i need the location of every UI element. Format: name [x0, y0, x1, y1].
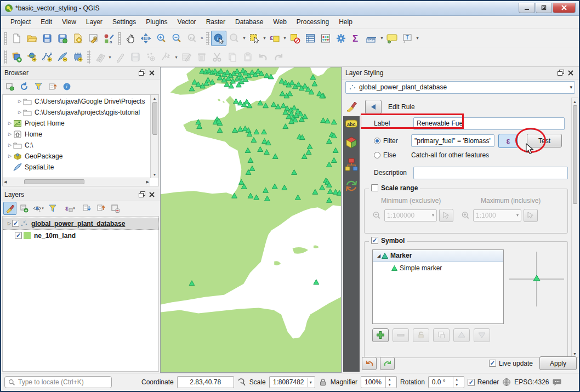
spin-arrows[interactable]: ▲▼ — [385, 377, 393, 388]
collapse-all-button[interactable] — [46, 80, 59, 93]
lock-scale-icon[interactable] — [319, 378, 327, 387]
identify-features-button[interactable]: i — [211, 31, 226, 46]
menu-vector[interactable]: Vector — [173, 16, 201, 27]
maximize-button[interactable] — [536, 3, 552, 13]
redo-button[interactable] — [271, 49, 286, 65]
chevron-down-icon[interactable]: ▾ — [242, 31, 247, 46]
browser-item-home[interactable]: ▷ Home — [3, 129, 158, 140]
layer-item-land[interactable]: ✓ ne_10m_land — [3, 230, 158, 242]
render-control[interactable]: ✓Render — [468, 378, 499, 386]
tab-3d-view[interactable] — [345, 137, 357, 151]
browser-item-project-home[interactable]: ▷ Project Home — [3, 118, 158, 129]
menu-project[interactable]: Project — [5, 16, 36, 27]
save-edits-button[interactable] — [128, 49, 143, 65]
new-project-button[interactable] — [9, 31, 24, 46]
add-vector-layer-button[interactable] — [24, 49, 39, 65]
messages-icon[interactable] — [553, 378, 561, 387]
crs-globe-icon[interactable] — [502, 378, 511, 387]
else-radio[interactable] — [374, 152, 380, 158]
browser-horizontal-scrollbar[interactable]: ◀ ▶ — [3, 178, 150, 186]
browser-item-projects[interactable]: ▷ C:\Users\ujaval\projects\qgis-tutorial — [3, 107, 158, 118]
live-update-checkbox[interactable]: ✓ — [489, 360, 496, 367]
move-down-symbol-layer-button[interactable] — [474, 328, 490, 342]
spin-up-icon[interactable]: ▲ — [453, 377, 460, 382]
max-scale-combo[interactable]: 1:1000▾ — [473, 209, 521, 221]
zoom-native-button[interactable]: 1:1 — [184, 31, 200, 46]
extents-toggle-icon[interactable] — [237, 378, 246, 387]
copy-features-button[interactable] — [225, 49, 240, 65]
menu-layer[interactable]: Layer — [81, 16, 107, 27]
close-panel-icon[interactable] — [566, 69, 576, 77]
select-features-button[interactable] — [247, 31, 262, 46]
spin-arrows[interactable]: ▲▼ — [453, 377, 460, 388]
modify-attributes-button[interactable] — [179, 49, 194, 65]
show-sum-button[interactable]: Σ — [349, 31, 364, 46]
float-panel-icon[interactable] — [556, 69, 566, 77]
symbol-tree-simple-marker-row[interactable]: Simple marker — [373, 262, 503, 274]
chevron-down-icon[interactable]: ▾ — [262, 31, 267, 46]
map-canvas-svg[interactable] — [161, 67, 341, 372]
add-line-layer-button[interactable] — [39, 49, 55, 65]
expand-all-button[interactable] — [80, 202, 93, 215]
measure-button[interactable] — [364, 31, 379, 46]
menu-settings[interactable]: Settings — [107, 16, 141, 27]
expand-arrow-icon[interactable]: ▷ — [17, 110, 22, 115]
current-edits-button[interactable] — [92, 49, 107, 65]
render-checkbox[interactable]: ✓ — [468, 379, 475, 386]
menu-help[interactable]: Help — [334, 16, 357, 27]
filter-by-expression-button[interactable]: ε▾ — [60, 202, 79, 215]
add-group-button[interactable] — [18, 202, 31, 215]
browser-item-cdrive[interactable]: ▷ C:\ — [3, 140, 158, 151]
browser-item-spatialite[interactable]: SpatiaLite — [3, 162, 158, 173]
deselect-all-button[interactable] — [287, 31, 303, 46]
expand-arrow-icon[interactable]: ◢ — [373, 253, 382, 258]
expression-builder-button[interactable]: ε — [498, 134, 518, 148]
float-panel-icon[interactable] — [137, 190, 147, 199]
add-spatialite-layer-button[interactable] — [55, 49, 70, 65]
scale-combo[interactable]: 1:8087482▾ — [269, 376, 315, 388]
toolbar-overflow-icon[interactable]: » — [200, 31, 204, 46]
live-update-control[interactable]: ✓Live update — [489, 360, 533, 367]
scroll-down-icon[interactable]: ▼ — [152, 171, 158, 178]
styling-redo-button[interactable] — [380, 357, 395, 370]
save-project-button[interactable] — [39, 31, 55, 46]
magnifier-spinbox[interactable]: 100%▲▼ — [361, 376, 397, 388]
locator-search[interactable]: Type to locate (Ctrl+K) — [4, 376, 112, 388]
tab-labels[interactable]: abc — [345, 120, 357, 130]
toolbar-grip[interactable] — [87, 50, 90, 64]
remove-layer-button[interactable] — [109, 202, 122, 215]
open-project-button[interactable] — [24, 31, 39, 46]
toolbar-grip[interactable] — [4, 50, 7, 64]
add-virtual-layer-button[interactable] — [70, 49, 86, 65]
scroll-up-icon[interactable]: ▲ — [152, 95, 158, 102]
map-tips-button[interactable] — [384, 31, 400, 46]
close-panel-icon[interactable] — [147, 69, 157, 77]
menu-database[interactable]: Database — [230, 16, 268, 27]
zoom-to-selection-button[interactable] — [226, 31, 242, 46]
symbol-tree-marker-row[interactable]: ◢ Marker — [373, 250, 503, 262]
zoom-out-button[interactable] — [169, 31, 184, 46]
scrollbar-thumb[interactable] — [152, 102, 157, 135]
toolbar-grip[interactable] — [206, 32, 209, 45]
description-input[interactable] — [413, 167, 568, 179]
delete-selected-button[interactable] — [194, 49, 209, 65]
chevron-down-icon[interactable]: ▾ — [174, 49, 179, 65]
add-selected-layer-button[interactable] — [3, 80, 16, 93]
add-symbol-layer-button[interactable] — [372, 328, 389, 342]
toolbar-grip[interactable] — [118, 32, 121, 45]
statistical-summary-button[interactable] — [318, 31, 333, 46]
manage-visibility-button[interactable]: ▾ — [32, 202, 45, 215]
toolbar-grip[interactable] — [4, 32, 7, 45]
menu-plugins[interactable]: Plugins — [141, 16, 172, 27]
chevron-down-icon[interactable]: ▾ — [107, 49, 112, 65]
filter-expression-input[interactable] — [411, 134, 494, 147]
paste-features-button[interactable] — [240, 49, 255, 65]
layers-filter-button[interactable] — [46, 202, 59, 215]
browser-item-geopackage[interactable]: ▷ GeoPackage — [3, 151, 158, 162]
spin-up-icon[interactable]: ▲ — [386, 377, 393, 382]
scroll-left-icon[interactable]: ◀ — [3, 178, 8, 185]
pan-map-button[interactable] — [123, 31, 138, 46]
apply-button[interactable]: Apply — [539, 356, 577, 370]
scrollbar-thumb[interactable] — [573, 105, 577, 204]
crs-value[interactable]: EPSG:4326 — [514, 378, 549, 386]
